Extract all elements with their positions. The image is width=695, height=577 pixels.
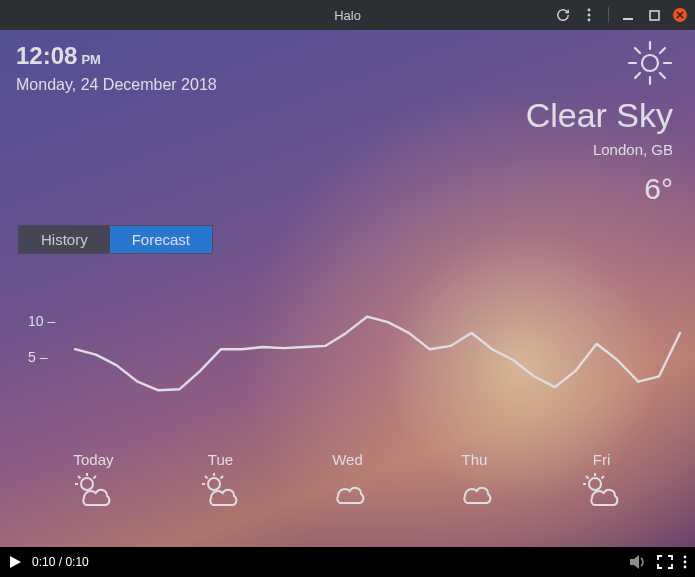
tabs: History Forecast — [18, 225, 213, 254]
svg-line-12 — [660, 48, 665, 53]
svg-line-11 — [660, 73, 665, 78]
svg-point-0 — [588, 9, 591, 12]
day-wed[interactable]: Wed — [326, 451, 370, 509]
datetime-block: 12:08PM Monday, 24 December 2018 — [16, 42, 217, 94]
kebab-menu-icon[interactable] — [582, 8, 596, 22]
svg-point-33 — [684, 566, 687, 569]
current-date: Monday, 24 December 2018 — [16, 76, 217, 94]
partly-cloudy-icon — [580, 472, 624, 509]
day-label: Wed — [332, 451, 363, 468]
svg-point-24 — [589, 478, 601, 490]
day-fri[interactable]: Fri — [580, 451, 624, 509]
weather-view: 12:08PM Monday, 24 December 2018 Clear S… — [0, 30, 695, 547]
day-tue[interactable]: Tue — [199, 451, 243, 509]
play-button[interactable] — [8, 555, 22, 569]
forecast-days: Today Tue Wed Thu Fri — [0, 451, 695, 509]
time-meridiem: PM — [81, 52, 101, 67]
day-label: Thu — [462, 451, 488, 468]
cloud-icon — [453, 472, 497, 509]
close-button[interactable] — [673, 8, 687, 22]
location-text: London, GB — [526, 141, 673, 158]
temperature-text: 6° — [526, 172, 673, 206]
condition-text: Clear Sky — [526, 96, 673, 135]
condition-block: Clear Sky London, GB 6° — [526, 40, 673, 206]
day-thu[interactable]: Thu — [453, 451, 497, 509]
day-today[interactable]: Today — [72, 451, 116, 509]
time-value: 12:08 — [16, 42, 77, 69]
svg-point-31 — [684, 556, 687, 559]
chart-line — [0, 275, 695, 435]
maximize-button[interactable] — [647, 8, 661, 22]
window-controls — [556, 7, 687, 23]
tab-history[interactable]: History — [19, 226, 110, 253]
partly-cloudy-icon — [72, 472, 116, 509]
svg-line-17 — [78, 476, 81, 479]
divider — [608, 7, 609, 23]
svg-line-27 — [586, 476, 589, 479]
y-tick-5: 5 – — [28, 349, 47, 365]
svg-line-22 — [205, 476, 208, 479]
day-label: Tue — [208, 451, 233, 468]
cloud-icon — [326, 472, 370, 509]
svg-marker-29 — [10, 556, 21, 568]
svg-point-32 — [684, 561, 687, 564]
refresh-icon[interactable] — [556, 8, 570, 22]
titlebar: Halo — [0, 0, 695, 30]
svg-line-18 — [93, 476, 96, 479]
svg-point-14 — [81, 478, 93, 490]
tab-forecast[interactable]: Forecast — [110, 226, 212, 253]
day-label: Today — [73, 451, 113, 468]
svg-point-2 — [588, 19, 591, 22]
svg-rect-4 — [650, 11, 659, 20]
volume-icon[interactable] — [629, 554, 647, 570]
partly-cloudy-icon — [199, 472, 243, 509]
day-label: Fri — [593, 451, 611, 468]
media-player-bar: 0:10 / 0:10 — [0, 547, 695, 577]
svg-line-23 — [220, 476, 223, 479]
svg-line-28 — [601, 476, 604, 479]
forecast-chart: 10 – 5 – — [0, 275, 695, 435]
kebab-menu-icon[interactable] — [683, 555, 687, 569]
sun-icon — [627, 40, 673, 86]
svg-marker-30 — [630, 555, 639, 569]
minimize-button[interactable] — [621, 8, 635, 22]
svg-line-10 — [635, 48, 640, 53]
svg-line-13 — [635, 73, 640, 78]
current-time: 12:08PM — [16, 42, 217, 70]
y-tick-10: 10 – — [28, 313, 55, 329]
svg-rect-3 — [623, 18, 633, 20]
svg-point-19 — [208, 478, 220, 490]
svg-point-5 — [642, 55, 658, 71]
window-title: Halo — [334, 8, 361, 23]
fullscreen-button[interactable] — [657, 555, 673, 569]
playback-time: 0:10 / 0:10 — [32, 555, 89, 569]
svg-point-1 — [588, 14, 591, 17]
